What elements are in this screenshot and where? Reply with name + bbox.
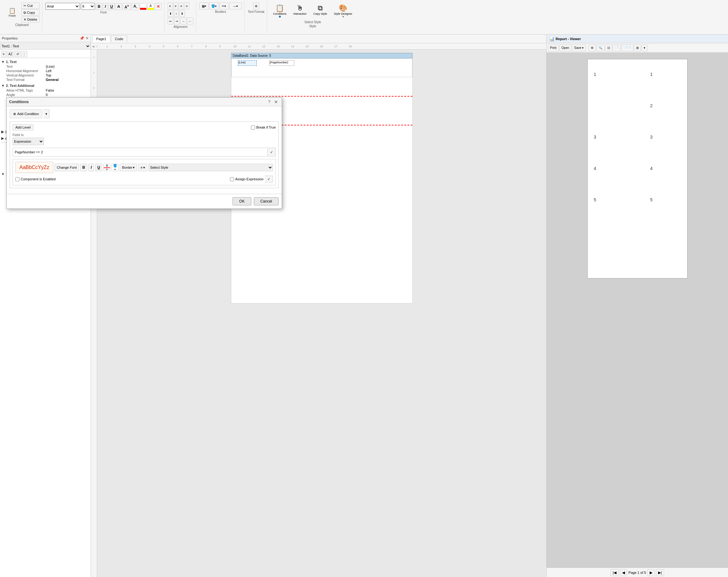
save-button[interactable]: Save ▾ bbox=[572, 45, 586, 51]
viewer-num-4b: 4 bbox=[650, 166, 653, 171]
align-right-button[interactable]: ≡ bbox=[179, 2, 184, 9]
text-elem-line[interactable]: {Line} bbox=[238, 60, 257, 66]
subscript-button[interactable]: A- bbox=[132, 3, 139, 10]
outdent-button[interactable]: ← bbox=[187, 18, 193, 24]
data-band-content[interactable]: {Line} {PageNumber} bbox=[231, 58, 412, 77]
text-format-options-button[interactable]: ⚙ bbox=[253, 2, 259, 9]
superscript-button[interactable]: A+ bbox=[123, 3, 131, 10]
component-enabled-checkbox[interactable] bbox=[15, 177, 20, 181]
valign-top-button[interactable]: ⬆ bbox=[168, 10, 173, 17]
props-categorized-btn[interactable]: ≡ bbox=[1, 51, 6, 57]
viewer-title: Report - Viewer bbox=[556, 37, 581, 41]
style-underline-button[interactable]: U bbox=[95, 164, 102, 171]
highlight-color-button[interactable]: A bbox=[147, 3, 154, 10]
conditions-button[interactable]: 📋 Conditions bbox=[270, 2, 289, 20]
border-dropdown-button[interactable]: ▦▾ bbox=[199, 2, 209, 9]
viewer-tb-two-page[interactable]: 📄📄 bbox=[621, 45, 633, 51]
style-border-button[interactable]: Border▾ bbox=[120, 164, 137, 171]
angle-value: 0 bbox=[46, 93, 89, 97]
viewer-last-page[interactable]: ▶| bbox=[656, 569, 664, 576]
justify-button[interactable]: ≡ bbox=[184, 2, 189, 9]
cut-button[interactable]: ✂ Cut bbox=[21, 2, 40, 9]
border-style-button[interactable]: —▾ bbox=[229, 2, 242, 9]
properties-object-dropdown[interactable]: Text1 : Text bbox=[0, 43, 90, 50]
dialog-close-button[interactable]: ✕ bbox=[273, 99, 279, 104]
indent-button[interactable]: → bbox=[180, 18, 186, 24]
viewer-tb-options[interactable]: ⚙ bbox=[589, 45, 596, 51]
font-color-button[interactable] bbox=[140, 3, 147, 10]
assign-expression-label: Assign Expression bbox=[235, 177, 264, 181]
expression-validate-button[interactable]: ✓ bbox=[268, 148, 276, 156]
paste-button[interactable]: 📋 Paste bbox=[4, 6, 20, 19]
field-is-select[interactable]: Expression bbox=[12, 138, 44, 145]
cut-label: Cut bbox=[27, 4, 33, 7]
copy-style-label: Copy Style bbox=[313, 12, 327, 15]
viewer-tb-one-page[interactable]: 📄 bbox=[613, 45, 621, 51]
style-bold-button[interactable]: B bbox=[80, 164, 87, 171]
delete-button[interactable]: ✕ Delete bbox=[21, 16, 40, 23]
add-level-button[interactable]: Add Level bbox=[12, 124, 33, 130]
assign-expression-checkbox[interactable] bbox=[230, 177, 234, 181]
text-format-value: General bbox=[46, 78, 89, 81]
cancel-button[interactable]: Cancel bbox=[254, 197, 279, 205]
style-bg-color-button[interactable]: 🪣 ▾ bbox=[111, 164, 119, 171]
print-button[interactable]: Print bbox=[548, 45, 559, 51]
fill-color-button[interactable]: 🪣▾ bbox=[209, 2, 219, 9]
clear-format-button[interactable]: ✕ bbox=[155, 3, 162, 10]
copy-button[interactable]: ⧉ Copy bbox=[21, 9, 40, 16]
props-alphabetical-btn[interactable]: AZ bbox=[7, 51, 14, 57]
viewer-tb-more[interactable]: ▾ bbox=[642, 45, 647, 51]
assign-expression-btn[interactable]: ✓ bbox=[265, 176, 273, 182]
expression-input[interactable] bbox=[12, 148, 268, 156]
italic-button[interactable]: I bbox=[103, 3, 107, 10]
interaction-button[interactable]: 🖱 Interaction bbox=[290, 2, 309, 20]
add-condition-dropdown[interactable]: ▾ bbox=[44, 109, 50, 118]
add-condition-button[interactable]: ⊕ Add Condition bbox=[10, 109, 42, 118]
ok-button[interactable]: OK bbox=[233, 197, 251, 205]
tab-code[interactable]: Code bbox=[111, 35, 127, 42]
viewer-next-page[interactable]: ▶ bbox=[647, 569, 655, 576]
properties-panel-close[interactable]: ✕ bbox=[85, 36, 89, 41]
field-is-label: Field Is bbox=[12, 133, 276, 137]
tab-page1[interactable]: Page1 bbox=[92, 35, 110, 42]
open-button[interactable]: Open bbox=[560, 45, 571, 51]
bold-button[interactable]: B bbox=[96, 3, 102, 10]
style-font-color-button[interactable]: A ▾ bbox=[103, 164, 110, 171]
ruler: ◀ ⊙ · 1 2 3 4 5 6 7 8 9 10 11 12 13 14 1… bbox=[91, 43, 546, 50]
props-reset-btn[interactable]: ↺ bbox=[15, 51, 20, 57]
properties-panel-pin[interactable]: 📌 bbox=[80, 36, 84, 41]
select-style-select[interactable]: Select Style bbox=[149, 164, 273, 171]
underline-button[interactable]: U bbox=[108, 3, 115, 10]
copy-style-button[interactable]: ⧉ Copy Style bbox=[311, 2, 330, 20]
break-if-true-label: Break if True bbox=[256, 125, 276, 129]
props-more-btn[interactable]: ⋮ bbox=[21, 51, 27, 57]
text-elem-page[interactable]: {PageNumber} bbox=[269, 60, 294, 66]
valign-bot-button[interactable]: ⬇ bbox=[179, 10, 185, 17]
style-italic-button[interactable]: I bbox=[88, 164, 94, 171]
viewer-tb-zoom[interactable]: 🔍 bbox=[596, 45, 604, 51]
font-name-select[interactable]: Arial bbox=[46, 3, 80, 10]
section2-title[interactable]: ▼2. Text Additional bbox=[1, 83, 89, 88]
viewer-tb-fit[interactable]: ⊡ bbox=[605, 45, 612, 51]
break-if-true-checkbox[interactable] bbox=[251, 125, 255, 129]
align-center-button[interactable]: ≡ bbox=[173, 2, 178, 9]
paste-label: Paste bbox=[8, 14, 16, 17]
dialog-help-button[interactable]: ? bbox=[267, 99, 272, 104]
change-font-button[interactable]: Change Font bbox=[54, 164, 79, 171]
viewer-first-page[interactable]: |◀ bbox=[610, 569, 619, 576]
rtl-button[interactable]: ⇐ bbox=[168, 18, 173, 24]
section1-title[interactable]: ▼1. Text bbox=[1, 59, 89, 64]
viewer-prev-page[interactable]: ◀ bbox=[620, 569, 627, 576]
strikethrough-button[interactable]: A bbox=[115, 3, 122, 10]
style-list-button[interactable]: ≡▾ bbox=[138, 164, 147, 171]
valign-mid-button[interactable]: ↕ bbox=[174, 10, 179, 17]
properties-panel-header: Properties 📌 ✕ bbox=[0, 34, 90, 42]
align-left-button[interactable]: ≡ bbox=[168, 2, 173, 9]
style-designer-button[interactable]: 🎨 Style Designer ▼ bbox=[331, 2, 355, 20]
viewer-num-3a: 3 bbox=[594, 134, 596, 140]
data-band-label: DataBand1: Data Source: 5 bbox=[233, 54, 271, 57]
font-size-select[interactable]: 8 bbox=[81, 3, 95, 10]
line-color-button[interactable]: ✏▾ bbox=[219, 2, 229, 9]
ltr-button[interactable]: ⇒ bbox=[174, 18, 180, 24]
viewer-tb-three-page[interactable]: ⊞ bbox=[634, 45, 641, 51]
